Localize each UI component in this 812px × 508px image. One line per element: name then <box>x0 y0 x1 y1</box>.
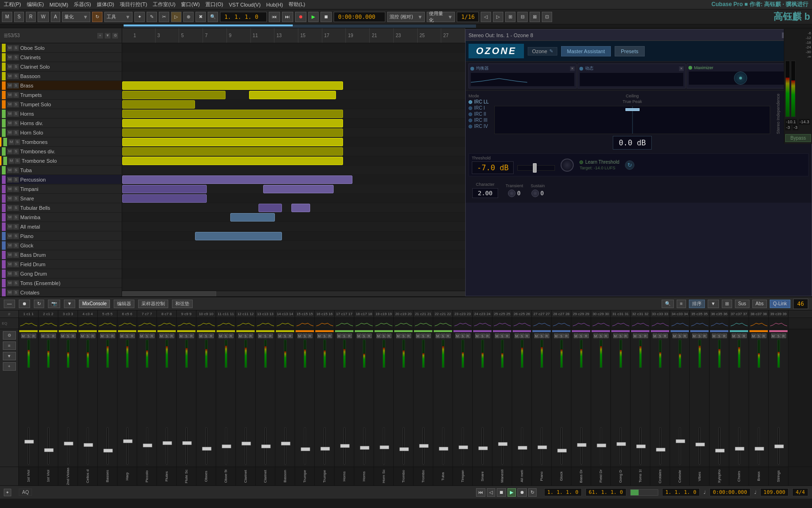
track-m-22[interactable]: M <box>7 252 13 258</box>
ch-m-10[interactable]: M <box>219 333 223 338</box>
track-s-2[interactable]: S <box>13 64 19 70</box>
ozone-preset-edit[interactable]: ✎ <box>549 48 553 54</box>
eq-enable-dot[interactable] <box>470 67 474 71</box>
zoom-in[interactable]: 🔍 <box>208 12 218 22</box>
eq-cell-11[interactable] <box>236 318 256 329</box>
ch-r-3[interactable]: R <box>91 333 95 338</box>
ch-s-14[interactable]: S <box>303 333 307 338</box>
ch-fader-thumb-19[interactable] <box>399 447 409 451</box>
track-s-26[interactable]: S <box>13 290 19 295</box>
ch-fader-thumb-31[interactable] <box>636 444 646 448</box>
transport-w-btn[interactable]: W <box>38 12 48 22</box>
ch-fader-thumb-24[interactable] <box>498 442 508 446</box>
ch-r-1[interactable]: R <box>51 333 56 338</box>
ch-s-34[interactable]: S <box>697 333 702 338</box>
ch-r-38[interactable]: R <box>781 333 786 338</box>
ch-s-13[interactable]: S <box>283 333 288 338</box>
threshold-slider-thumb[interactable] <box>533 163 537 173</box>
ch-s-16[interactable]: S <box>342 333 347 338</box>
track-m-21[interactable]: M <box>7 243 13 248</box>
track-m-6[interactable]: M <box>7 102 13 107</box>
irc-i-option[interactable]: IRC I <box>468 105 489 111</box>
eq-cell-37[interactable] <box>749 318 769 329</box>
ch-r-12[interactable]: R <box>268 333 273 338</box>
irc-iv-option[interactable]: IRC IV <box>468 124 489 129</box>
clip-12[interactable] <box>122 157 343 165</box>
eq-close-btn[interactable]: ✕ <box>570 66 575 71</box>
metronome-icon[interactable]: ♩ <box>754 490 757 495</box>
clip-20[interactable] <box>195 232 282 240</box>
track-s-20[interactable]: S <box>13 233 19 239</box>
inspector-icon[interactable]: ☰ <box>4 33 8 38</box>
clip-5[interactable] <box>249 91 336 99</box>
eq-cell-9[interactable] <box>196 318 216 329</box>
ch-m-24[interactable]: M <box>495 333 500 338</box>
eq-cell-34[interactable] <box>690 318 710 329</box>
track-add-btn[interactable]: + <box>97 33 103 39</box>
list-icon-btn[interactable]: ≡ <box>677 300 686 308</box>
clip-15[interactable] <box>263 185 334 193</box>
ch-m-15[interactable]: M <box>317 333 322 338</box>
ch-fader-thumb-5[interactable] <box>123 439 133 443</box>
ch-s-30[interactable]: S <box>618 333 623 338</box>
eq-cell-36[interactable] <box>729 318 749 329</box>
ch-fader-thumb-27[interactable] <box>557 449 567 452</box>
bottom-mini-btn[interactable]: — <box>4 300 15 308</box>
ch-r-5[interactable]: R <box>130 333 135 338</box>
track-collapse-btn[interactable]: ▼ <box>105 33 110 39</box>
track-item-percussion[interactable]: M S Percussion <box>0 175 122 184</box>
ch-s-23[interactable]: S <box>480 333 485 338</box>
menu-item-settings[interactable]: 置口(O) <box>205 1 223 8</box>
track-item-horns[interactable]: M S Horns <box>0 109 122 119</box>
tool-1[interactable]: ✦ <box>134 12 145 22</box>
irc-iii-option[interactable]: IRC III <box>468 118 489 123</box>
menu-item-help[interactable]: 帮助(L) <box>289 1 305 8</box>
tool-6[interactable]: ✖ <box>195 12 206 22</box>
eq-cell-22[interactable] <box>453 318 473 329</box>
eq-cell-38[interactable] <box>769 318 789 329</box>
ch-m-21[interactable]: M <box>436 333 440 338</box>
eq-cell-2[interactable] <box>58 318 78 329</box>
bt-rewind[interactable]: ⏮ <box>476 488 485 497</box>
track-s-9[interactable]: S <box>13 130 19 135</box>
eq-cell-8[interactable] <box>177 318 196 329</box>
clip-16[interactable] <box>122 194 207 203</box>
menu-item-midi[interactable]: MIDI(M) <box>49 2 68 8</box>
track-item-trumpet-solo[interactable]: M S Trumpet Solo <box>0 100 122 109</box>
ch-r-9[interactable]: R <box>209 333 214 338</box>
track-m-1[interactable]: M <box>7 55 13 60</box>
eq-cell-27[interactable] <box>552 318 571 329</box>
track-item-tubular-bells[interactable]: M S Tubular Bells <box>0 203 122 213</box>
ch-s-37[interactable]: S <box>757 333 761 338</box>
ch-fader-thumb-25[interactable] <box>518 446 527 450</box>
track-item-trombone-solo[interactable]: M S Trombone Solo <box>0 156 122 166</box>
track-s-6[interactable]: S <box>13 102 19 107</box>
track-item-gong-drum[interactable]: M S Gong Drum <box>0 269 122 278</box>
ch-m-14[interactable]: M <box>297 333 302 338</box>
track-s-18[interactable]: S <box>13 214 19 220</box>
ch-s-7[interactable]: S <box>164 333 169 338</box>
ch-m-9[interactable]: M <box>199 333 203 338</box>
ch-r-0[interactable]: R <box>31 333 36 338</box>
side-btn-3[interactable]: ▼ <box>3 352 16 360</box>
track-s-11[interactable]: S <box>13 149 19 154</box>
ch-r-10[interactable]: R <box>229 333 234 338</box>
clip-7[interactable] <box>122 110 343 118</box>
side-btn-1[interactable]: ⚙ <box>3 331 16 340</box>
abs-btn[interactable]: Abs <box>752 300 767 308</box>
track-m-0[interactable]: M <box>7 45 13 51</box>
ch-m-29[interactable]: M <box>593 333 598 338</box>
ch-m-32[interactable]: M <box>653 333 657 338</box>
track-m-4[interactable]: M <box>7 83 13 88</box>
track-m-16[interactable]: M <box>7 196 13 201</box>
track-m-11[interactable]: M <box>7 149 13 154</box>
snap-left[interactable]: ◁ <box>481 12 491 22</box>
sustain-knob[interactable] <box>531 190 539 197</box>
tab-sampler[interactable]: 采样器控制 <box>138 300 168 308</box>
ch-s-6[interactable]: S <box>145 333 149 338</box>
dyn-close-btn[interactable]: ✕ <box>679 66 684 71</box>
track-s-24[interactable]: S <box>13 271 19 277</box>
track-s-0[interactable]: S <box>13 45 19 51</box>
eq-cell-30[interactable] <box>611 318 631 329</box>
ch-fader-thumb-9[interactable] <box>202 447 211 451</box>
